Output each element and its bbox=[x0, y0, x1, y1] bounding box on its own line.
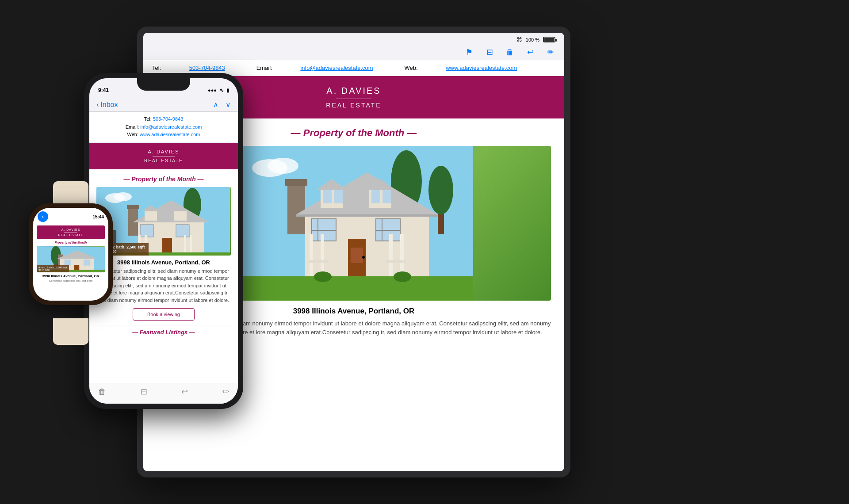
watch-brand-header: A. Davies Real Estate bbox=[37, 225, 105, 239]
watch-property-description: Consetetur sadipscing elitr, sed diam bbox=[37, 279, 105, 283]
reply-icon[interactable]: ↩ bbox=[525, 47, 535, 57]
svg-point-37 bbox=[394, 271, 411, 282]
svg-point-2 bbox=[268, 158, 298, 174]
svg-rect-29 bbox=[310, 234, 313, 279]
svg-rect-7 bbox=[287, 181, 305, 234]
iphone-bottom-bar: 🗑 ⊟ ↩ ✏ bbox=[89, 383, 238, 404]
watch-brand-name: A. Davies bbox=[39, 228, 102, 231]
svg-point-36 bbox=[314, 271, 332, 282]
watch-property-month-title: — Property of the Month — bbox=[37, 241, 105, 244]
iphone-folder-icon[interactable]: ⊟ bbox=[141, 387, 147, 397]
svg-rect-19 bbox=[382, 190, 391, 203]
compose-icon[interactable]: ✏ bbox=[546, 47, 555, 57]
ipad-wifi-icon: ⌘ bbox=[516, 36, 522, 43]
iphone-down-arrow[interactable]: ∨ bbox=[226, 100, 231, 109]
watch-time: 15:44 bbox=[92, 214, 104, 219]
iphone-reply-icon[interactable]: ↩ bbox=[181, 387, 188, 397]
iphone-wifi-icon: ∿ bbox=[219, 87, 224, 93]
watch-property-badge: 4 bed, 2 bath, 2,500 sqft $310,000 bbox=[37, 265, 69, 272]
folder-icon[interactable]: ⊟ bbox=[485, 47, 494, 57]
email-label: Email: bbox=[256, 65, 272, 71]
iphone-nav-bar: ‹ Inbox ∧ ∨ bbox=[89, 98, 238, 112]
svg-point-40 bbox=[114, 192, 132, 201]
ipad-brand-divider bbox=[336, 99, 371, 99]
watch-crown bbox=[113, 230, 116, 243]
svg-rect-35 bbox=[234, 276, 473, 301]
iphone-email-header: Tel: 503-704-9843 Email: info@adaviesrea… bbox=[89, 112, 238, 143]
ipad-status-bar: ⌘ 100 % bbox=[143, 33, 564, 45]
web-label: Web: bbox=[405, 65, 418, 71]
svg-rect-44 bbox=[127, 205, 139, 209]
svg-rect-66 bbox=[84, 260, 90, 265]
ipad-toolbar: ⚑ ⊟ 🗑 ↩ ✏ bbox=[143, 45, 564, 60]
ipad-battery-bar bbox=[543, 37, 555, 42]
svg-rect-8 bbox=[285, 179, 307, 186]
svg-rect-57 bbox=[190, 235, 192, 256]
trash-icon[interactable]: 🗑 bbox=[505, 47, 515, 57]
iphone-notch bbox=[137, 78, 190, 91]
iphone-property-month-title: — Property of the Month — bbox=[96, 176, 231, 183]
iphone-time: 9:41 bbox=[98, 87, 109, 93]
iphone-brand-subtitle: Real Estate bbox=[96, 158, 232, 163]
watch-back-icon: ‹ bbox=[42, 214, 44, 220]
watch-property-price: $310,000 bbox=[38, 269, 67, 271]
iphone-back-chevron: ‹ bbox=[96, 101, 99, 109]
svg-rect-15 bbox=[334, 190, 343, 203]
svg-rect-25 bbox=[376, 230, 400, 231]
svg-rect-33 bbox=[309, 260, 329, 263]
watch-property-address: 3998 Illinois Avenue, Portland, OR bbox=[37, 274, 105, 278]
svg-rect-14 bbox=[323, 190, 332, 203]
iphone-compose-icon[interactable]: ✏ bbox=[222, 387, 229, 397]
iphone-featured-title: — Featured Listings — bbox=[96, 325, 231, 339]
iphone-brand-name: A. Davies bbox=[96, 149, 232, 154]
iphone-battery-icon: ▮ bbox=[226, 88, 229, 93]
tel-label: Tel: bbox=[152, 65, 161, 71]
watch-back-button[interactable]: ‹ bbox=[38, 211, 48, 222]
svg-rect-27 bbox=[351, 248, 363, 263]
iphone-back-label: Inbox bbox=[100, 101, 118, 109]
iphone-web-link[interactable]: www.adaviesrealestate.com bbox=[140, 132, 200, 137]
web-link[interactable]: www.adaviesrealestate.com bbox=[446, 65, 517, 71]
svg-rect-52 bbox=[176, 225, 189, 237]
watch-status-bar: ‹ 15:44 bbox=[33, 208, 108, 223]
watch-screen: ‹ 15:44 A. Davies Real Estate — Property… bbox=[33, 208, 108, 301]
svg-rect-22 bbox=[312, 230, 336, 231]
svg-rect-49 bbox=[174, 210, 187, 221]
watch-brand-subtitle: Real Estate bbox=[39, 233, 102, 237]
watch-band-bottom bbox=[53, 318, 88, 345]
svg-rect-31 bbox=[389, 234, 393, 279]
svg-marker-11 bbox=[296, 214, 438, 217]
iphone-up-arrow[interactable]: ∧ bbox=[213, 100, 218, 109]
ipad-battery-icon: 100 % bbox=[526, 37, 539, 42]
iphone-web-label: Web: bbox=[127, 132, 138, 137]
svg-rect-47 bbox=[145, 210, 157, 221]
email-link[interactable]: info@adaviesrealestate.com bbox=[300, 65, 373, 71]
iphone-trash-icon[interactable]: 🗑 bbox=[98, 387, 106, 397]
iphone-back-button[interactable]: ‹ Inbox bbox=[96, 101, 118, 109]
iphone-nav-arrows: ∧ ∨ bbox=[213, 100, 231, 109]
watch-email-scroll: A. Davies Real Estate — Property of the … bbox=[33, 223, 108, 301]
iphone-brand-header: A. Davies Real Estate bbox=[89, 143, 238, 169]
svg-rect-34 bbox=[386, 260, 405, 263]
svg-rect-65 bbox=[65, 260, 71, 265]
flag-icon[interactable]: ⚑ bbox=[464, 47, 474, 57]
svg-rect-18 bbox=[371, 190, 380, 203]
iphone-tel-link[interactable]: 503-704-9843 bbox=[153, 116, 184, 122]
svg-point-6 bbox=[428, 166, 453, 214]
iphone-email-link[interactable]: info@adaviesrealestate.com bbox=[140, 124, 202, 130]
iphone-brand-divider bbox=[153, 156, 175, 157]
watch-body: ‹ 15:44 A. Davies Real Estate — Property… bbox=[29, 203, 113, 305]
watch-house-image: 4 bed, 2 bath, 2,500 sqft $310,000 bbox=[37, 246, 105, 272]
svg-rect-56 bbox=[184, 235, 186, 256]
svg-point-28 bbox=[362, 256, 365, 259]
iphone-book-button[interactable]: Book a viewing bbox=[133, 308, 195, 321]
apple-watch-device: ‹ 15:44 A. Davies Real Estate — Property… bbox=[22, 203, 119, 323]
tel-link[interactable]: 503-704-9843 bbox=[189, 65, 225, 71]
iphone-tel-label: Tel: bbox=[144, 116, 152, 122]
iphone-email-label: Email: bbox=[126, 124, 139, 130]
iphone-signal-icon: ●●● bbox=[208, 88, 217, 93]
